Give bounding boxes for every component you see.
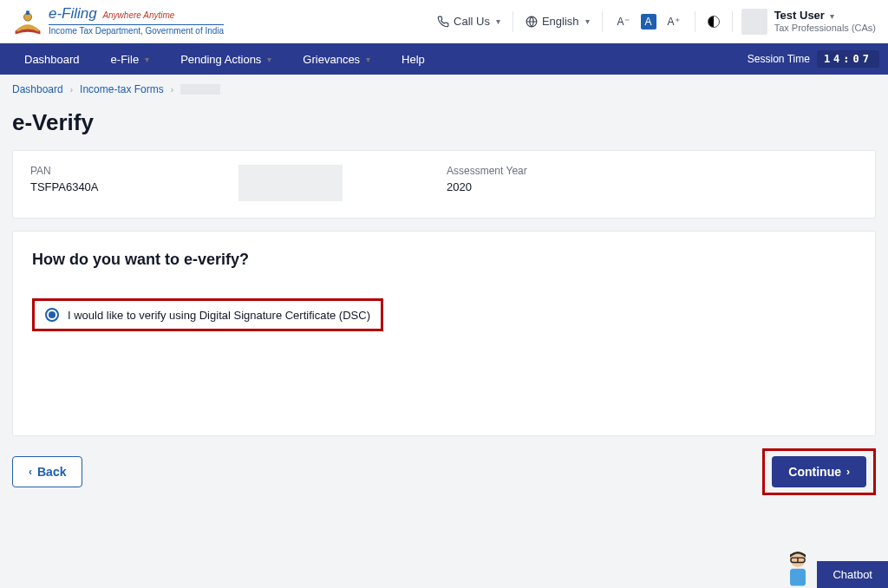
highlighted-option-outline: I would like to verify using Digital Sig…	[32, 298, 383, 331]
continue-button[interactable]: Continue ›	[772, 456, 866, 487]
brand-tag: Anywhere Anytime	[102, 10, 174, 20]
nav-efile[interactable]: e-File ▾	[95, 43, 166, 75]
summary-assessment-year: Assessment Year 2020	[447, 165, 603, 204]
font-default-button[interactable]: A	[641, 14, 656, 29]
contrast-toggle[interactable]	[695, 8, 732, 36]
globe-icon	[526, 16, 538, 28]
nav-pending-actions[interactable]: Pending Actions ▾	[165, 43, 287, 75]
topbar-right: Call Us ▾ English ▾ A⁻ A A⁺ Test User ▾	[425, 8, 876, 36]
brand-sub: Income Tax Department, Government of Ind…	[49, 24, 224, 36]
nav-label: e-File	[111, 53, 140, 66]
avatar	[741, 9, 767, 35]
session-timer: Session Time 14:07	[748, 50, 879, 68]
chatbot-avatar-icon	[782, 546, 813, 586]
top-header: e-Filing Anywhere Anytime Income Tax Dep…	[0, 0, 888, 43]
crumb-income-tax-forms[interactable]: Income-tax Forms	[80, 83, 164, 95]
call-us-label: Call Us	[454, 15, 490, 28]
svg-rect-1	[26, 10, 29, 15]
contrast-icon	[708, 16, 720, 28]
chevron-down-icon: ▾	[585, 16, 590, 26]
summary-placeholder	[238, 165, 395, 204]
footer-actions: ‹ Back Continue ›	[0, 448, 888, 495]
chevron-down-icon: ▾	[830, 11, 834, 21]
chevron-down-icon: ▾	[145, 55, 149, 64]
radio-dsc[interactable]	[45, 308, 59, 322]
font-size-controls: A⁻ A A⁺	[603, 14, 695, 29]
pan-value: TSFPA6340A	[30, 180, 186, 193]
radio-dsc-label: I would like to verify using Digital Sig…	[68, 309, 370, 322]
chatbot-button[interactable]: Chatbot	[817, 561, 888, 588]
nav-label: Dashboard	[24, 53, 80, 66]
verify-question: How do you want to e-verify?	[32, 251, 856, 269]
brand-logo-block: e-Filing Anywhere Anytime Income Tax Dep…	[12, 6, 224, 37]
chevron-right-icon: ›	[171, 85, 173, 95]
user-menu[interactable]: Test User ▾ Tax Professionals (CAs)	[733, 9, 876, 35]
svg-rect-3	[790, 569, 806, 586]
verify-card: How do you want to e-verify? I would lik…	[12, 231, 876, 436]
summary-pan: PAN TSFPA6340A	[30, 165, 186, 204]
nav-dashboard[interactable]: Dashboard	[9, 43, 95, 75]
user-role: Tax Professionals (CAs)	[774, 23, 876, 35]
chevron-right-icon: ›	[846, 466, 850, 478]
ay-value: 2020	[447, 180, 603, 193]
main-nav: Dashboard e-File ▾ Pending Actions ▾ Gri…	[0, 43, 888, 75]
chevron-right-icon: ›	[70, 85, 73, 95]
chevron-down-icon: ▾	[267, 55, 271, 64]
font-decrease-button[interactable]: A⁻	[613, 14, 634, 29]
continue-label: Continue	[788, 465, 841, 479]
nav-grievances[interactable]: Grievances ▾	[287, 43, 386, 75]
user-name: Test User	[774, 9, 825, 22]
phone-icon	[437, 16, 449, 28]
summary-card: PAN TSFPA6340A Assessment Year 2020	[12, 150, 876, 219]
chevron-down-icon: ▾	[496, 16, 500, 26]
session-label: Session Time	[748, 53, 810, 65]
crumb-current-placeholder	[180, 84, 220, 95]
call-us-dropdown[interactable]: Call Us ▾	[425, 8, 513, 36]
nav-help[interactable]: Help	[386, 43, 441, 75]
chatbot-widget: Chatbot	[782, 546, 888, 588]
ay-label: Assessment Year	[447, 165, 603, 177]
nav-label: Grievances	[303, 53, 360, 66]
pan-label: PAN	[30, 165, 186, 177]
breadcrumb: Dashboard › Income-tax Forms ›	[0, 75, 888, 104]
back-button[interactable]: ‹ Back	[12, 456, 82, 487]
highlighted-continue-outline: Continue ›	[762, 448, 876, 495]
crumb-dashboard[interactable]: Dashboard	[12, 83, 63, 95]
chatbot-label: Chatbot	[832, 568, 872, 581]
page-title: e-Verify	[0, 104, 888, 150]
font-increase-button[interactable]: A⁺	[663, 14, 684, 29]
session-time: 14:07	[817, 50, 879, 68]
nav-label: Pending Actions	[180, 53, 261, 66]
language-label: English	[542, 15, 579, 28]
brand-main: e-Filing	[49, 5, 97, 22]
nav-label: Help	[402, 53, 425, 66]
redacted-block	[238, 165, 343, 201]
chevron-left-icon: ‹	[29, 466, 32, 478]
chevron-down-icon: ▾	[366, 55, 370, 64]
emblem-icon	[12, 6, 43, 37]
language-dropdown[interactable]: English ▾	[513, 8, 602, 36]
back-label: Back	[37, 465, 66, 479]
